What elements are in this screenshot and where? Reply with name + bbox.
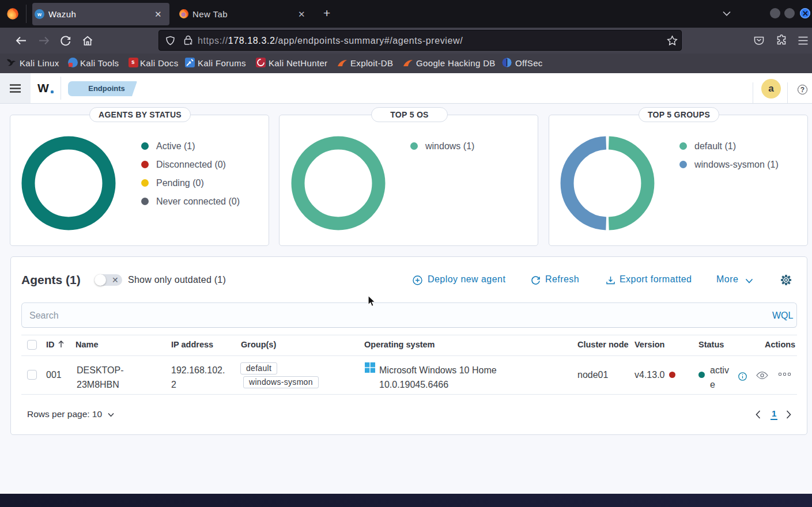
svg-text:w: w	[37, 12, 42, 17]
